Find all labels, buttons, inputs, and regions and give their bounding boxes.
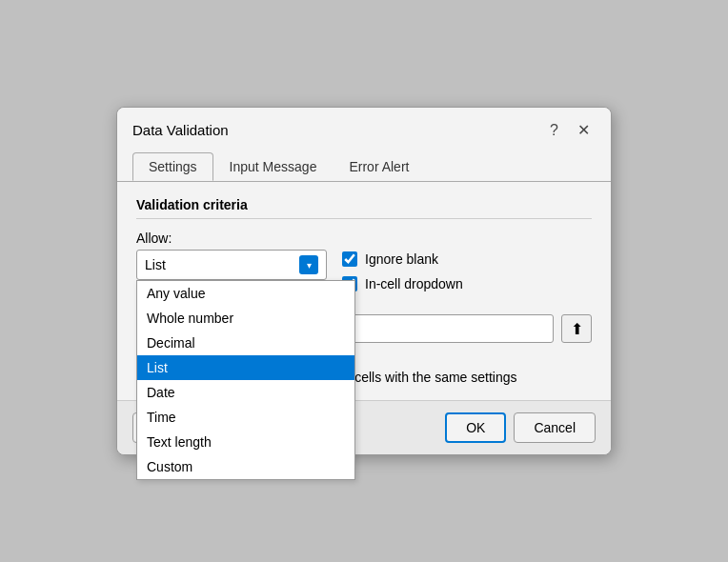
cancel-button[interactable]: Cancel <box>514 412 596 443</box>
tab-bar: Settings Input Message Error Alert <box>117 145 611 181</box>
ignore-blank-checkbox[interactable] <box>342 251 357 267</box>
dropdown-item-custom[interactable]: Custom <box>137 454 354 479</box>
allow-dropdown-button[interactable]: List ▾ <box>136 250 327 280</box>
help-button[interactable]: ? <box>544 120 564 141</box>
title-controls: ? ✕ <box>544 119 596 141</box>
in-cell-dropdown-row[interactable]: In-cell dropdown <box>342 276 463 291</box>
settings-panel: Validation criteria Allow: List ▾ Any va… <box>117 181 611 400</box>
checkboxes-panel: Ignore blank In-cell dropdown <box>342 250 463 291</box>
dropdown-arrow-icon: ▾ <box>299 255 318 274</box>
dropdown-item-list[interactable]: List <box>137 355 354 380</box>
ignore-blank-row[interactable]: Ignore blank <box>342 251 463 267</box>
upload-icon: ⬆ <box>571 320 583 338</box>
tab-error-alert[interactable]: Error Alert <box>333 152 425 181</box>
close-button[interactable]: ✕ <box>572 119 596 141</box>
allow-row: List ▾ Any value Whole number Decimal <box>136 250 592 291</box>
dropdown-item-whole-number[interactable]: Whole number <box>137 306 354 331</box>
ignore-blank-label: Ignore blank <box>365 251 438 267</box>
footer-right: OK Cancel <box>445 412 596 443</box>
in-cell-dropdown-label: In-cell dropdown <box>365 276 463 291</box>
dropdown-item-text-length[interactable]: Text length <box>137 430 354 454</box>
dropdown-item-time[interactable]: Time <box>137 405 354 430</box>
dialog-title: Data Validation <box>132 122 229 138</box>
source-collapse-button[interactable]: ⬆ <box>561 314 592 343</box>
allow-label: Allow: <box>136 231 592 246</box>
allow-dropdown-menu: Any value Whole number Decimal List Date <box>136 280 355 480</box>
ok-button[interactable]: OK <box>445 412 506 443</box>
title-bar: Data Validation ? ✕ <box>117 108 611 141</box>
tab-input-message[interactable]: Input Message <box>213 152 334 181</box>
tab-settings[interactable]: Settings <box>132 152 213 181</box>
dropdown-item-date[interactable]: Date <box>137 380 354 405</box>
dropdown-item-decimal[interactable]: Decimal <box>137 331 354 355</box>
allow-dropdown-value: List <box>145 257 166 272</box>
dropdown-item-any-value[interactable]: Any value <box>137 281 354 306</box>
data-validation-dialog: Data Validation ? ✕ Settings Input Messa… <box>116 107 612 455</box>
section-title: Validation criteria <box>136 197 592 219</box>
allow-dropdown-wrapper: List ▾ Any value Whole number Decimal <box>136 250 327 280</box>
